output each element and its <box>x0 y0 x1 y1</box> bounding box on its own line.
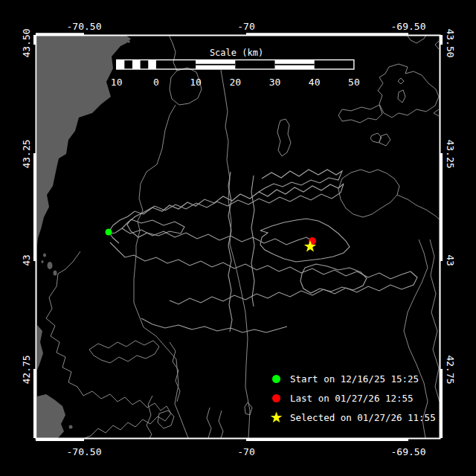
lon-label-top: -70.50 <box>67 21 102 32</box>
coastline-contour <box>170 342 180 402</box>
lat-label-right: 43.50 <box>445 28 456 57</box>
scale-bar-stripe <box>196 64 235 65</box>
legend-label-start: Start on 12/16/25 15:25 <box>290 373 419 385</box>
legend-item-start: Start on 12/16/25 15:25 <box>269 369 436 388</box>
drifter-track-map-figure: Scale (km) -70.50-70.50-70-70-69.50-69.5… <box>0 0 476 476</box>
island <box>48 262 53 269</box>
coastline-contour <box>219 411 223 438</box>
lat-label-right: 43 <box>445 254 456 266</box>
scale-bar-segment <box>132 60 141 70</box>
coastline-contour <box>277 119 291 156</box>
legend-item-last: Last on 01/27/26 12:55 <box>269 388 436 408</box>
drifter-track[interactable] <box>300 264 367 293</box>
lon-label-bottom: -70.50 <box>67 446 102 457</box>
scale-tick-label: 20 <box>229 77 241 88</box>
drifter-track[interactable] <box>141 318 287 332</box>
lon-label-top: -70 <box>237 21 254 32</box>
last-marker-icon <box>269 394 283 402</box>
land-polygon <box>37 325 43 370</box>
drifter-track[interactable] <box>110 184 344 234</box>
island <box>43 254 46 257</box>
coastline-contour <box>338 105 382 123</box>
lon-label-top: -69.50 <box>391 21 426 32</box>
scale-bar-segment <box>117 60 125 70</box>
lat-label-left: 42.75 <box>21 355 32 384</box>
coastline-contour <box>134 105 188 438</box>
coastline-contour <box>89 341 159 363</box>
coastline-contour <box>398 90 405 103</box>
legend-label-selected: Selected on 01/27/26 11:55 <box>290 412 436 423</box>
coastline-contour <box>169 35 177 71</box>
coastline-contour <box>147 396 152 438</box>
coastline-contour <box>207 408 211 438</box>
scale-bar-segment <box>148 60 156 70</box>
selected-star-icon: ★ <box>269 412 283 422</box>
legend-item-selected: ★ Selected on 01/27/26 11:55 <box>269 408 436 427</box>
lon-label-bottom: -69.50 <box>391 446 426 457</box>
lat-label-left: 43.25 <box>21 139 32 168</box>
lat-label-right: 43.25 <box>445 139 456 168</box>
lat-label-right: 42.75 <box>445 355 456 384</box>
island <box>69 425 73 429</box>
drifter-track[interactable] <box>110 242 411 279</box>
legend-label-last: Last on 01/27/26 12:55 <box>290 393 414 404</box>
scale-tick-label: 30 <box>269 77 281 88</box>
island <box>42 260 44 263</box>
coastline-contour <box>378 64 439 118</box>
drifter-track[interactable] <box>170 271 417 304</box>
start-point-marker[interactable] <box>106 229 112 236</box>
scale-tick-label: 10 <box>190 77 202 88</box>
scale-tick-label: 50 <box>348 77 360 88</box>
coastline-contour <box>338 170 399 217</box>
scale-tick-label: 10 <box>111 77 123 88</box>
coastline-contour <box>435 41 439 49</box>
coastline-contour <box>46 251 171 438</box>
coastline-contour <box>398 78 404 84</box>
scale-tick-label: 0 <box>153 77 159 88</box>
drifter-track[interactable] <box>109 184 344 232</box>
coastline-contour <box>221 70 250 438</box>
lon-label-bottom: -70 <box>237 446 254 457</box>
lat-label-left: 43 <box>21 254 32 266</box>
coastline-contour <box>407 35 426 43</box>
scale-bar-stripe <box>275 64 315 65</box>
land-polygon <box>37 394 65 438</box>
coastline-contour <box>434 109 439 116</box>
island <box>54 271 57 276</box>
scale-bar-title: Scale (km) <box>210 48 263 58</box>
legend: Start on 12/16/25 15:25 Last on 01/27/26… <box>269 369 436 427</box>
coastline-contour <box>397 195 440 220</box>
start-marker-icon <box>269 375 283 383</box>
island <box>127 41 130 43</box>
coastline-contour <box>379 134 390 146</box>
scale-tick-label: 40 <box>309 77 321 88</box>
drifter-track[interactable] <box>122 228 312 245</box>
lat-label-left: 43.50 <box>21 28 32 57</box>
drifter-track[interactable] <box>260 219 350 262</box>
drifter-track[interactable] <box>259 170 342 192</box>
